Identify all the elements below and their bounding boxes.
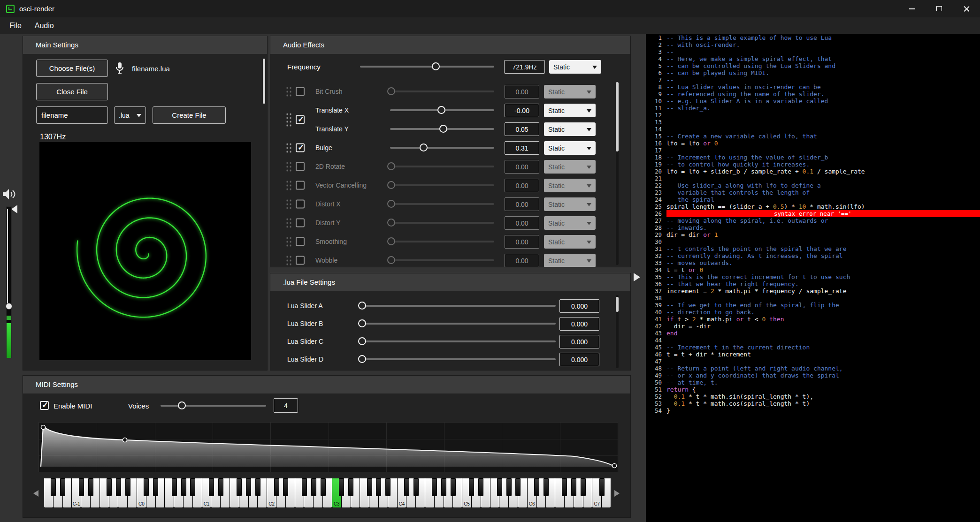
effect-mode-dropdown[interactable]: Static (544, 235, 596, 249)
piano-key[interactable] (404, 478, 409, 496)
slider[interactable] (390, 256, 494, 265)
effect-checkbox[interactable] (296, 200, 305, 209)
effect-value-box[interactable]: 0.00 (505, 160, 539, 174)
effect-checkbox[interactable] (296, 219, 305, 227)
piano-key[interactable] (88, 478, 93, 496)
maximize-button[interactable] (926, 0, 953, 17)
piano-key[interactable] (218, 478, 223, 496)
effect-value-box[interactable]: 0.31 (505, 141, 539, 155)
effect-value-box[interactable]: 0.05 (505, 122, 539, 136)
extension-dropdown[interactable]: .lua (114, 106, 146, 124)
slider[interactable] (390, 219, 494, 227)
piano-key[interactable] (190, 478, 195, 496)
main-settings-scrollbar[interactable] (263, 59, 265, 104)
piano-key[interactable] (376, 478, 381, 496)
slider-track[interactable] (362, 323, 556, 325)
piano-key[interactable] (478, 478, 483, 496)
effect-checkbox[interactable] (296, 181, 305, 190)
piano-key[interactable] (413, 478, 419, 496)
frequency-mode-dropdown[interactable]: Static (549, 60, 601, 74)
piano-key[interactable] (274, 478, 279, 496)
keyboard-scroll-right-icon[interactable] (614, 490, 620, 497)
choose-files-button[interactable]: Choose File(s) (36, 60, 108, 77)
effect-value-box[interactable]: 0.00 (505, 197, 539, 211)
volume-thumb[interactable] (6, 303, 12, 310)
piano-key[interactable] (497, 478, 502, 496)
frequency-slider[interactable] (360, 62, 494, 71)
volume-slider-handle-icon[interactable] (11, 205, 17, 213)
slider-thumb[interactable] (358, 337, 366, 345)
slider-track[interactable] (161, 405, 266, 407)
effect-value-box[interactable]: 0.00 (505, 235, 539, 249)
slider-track[interactable] (390, 166, 494, 167)
effect-mode-dropdown[interactable]: Static (544, 197, 596, 211)
piano-key[interactable] (339, 478, 344, 496)
piano-key[interactable] (562, 478, 567, 496)
effect-checkbox[interactable] (296, 256, 305, 265)
slider-track[interactable] (390, 222, 494, 224)
slider[interactable] (362, 319, 556, 328)
effect-mode-dropdown[interactable]: Static (544, 141, 596, 155)
slider-track[interactable] (362, 305, 556, 307)
effect-checkbox[interactable] (296, 144, 305, 152)
lua-slider-value-box[interactable]: 0.000 (559, 299, 599, 313)
create-file-button[interactable]: Create File (153, 106, 226, 124)
piano-keyboard[interactable]: C-1C0C1C2C3C4C5C6C7 (44, 478, 611, 507)
minimize-button[interactable] (898, 0, 926, 17)
piano-key[interactable] (432, 478, 437, 496)
slider-track[interactable] (390, 184, 494, 186)
lua-slider-value-box[interactable]: 0.000 (559, 317, 599, 331)
drag-handle-icon[interactable] (285, 217, 292, 229)
effect-mode-dropdown[interactable]: Static (544, 179, 596, 192)
piano-key[interactable] (237, 478, 242, 496)
slider-thumb[interactable] (358, 355, 366, 363)
piano-key[interactable] (246, 478, 251, 496)
lua-slider-value-box[interactable]: 0.000 (559, 335, 599, 348)
slider[interactable] (390, 237, 494, 246)
slider-thumb[interactable] (387, 200, 395, 208)
slider-track[interactable] (362, 358, 556, 360)
effect-checkbox[interactable] (296, 87, 305, 96)
drag-handle-icon[interactable] (285, 255, 292, 266)
slider[interactable] (161, 401, 266, 410)
piano-key[interactable] (451, 478, 456, 496)
slider-thumb[interactable] (420, 144, 428, 151)
slider-track[interactable] (360, 66, 494, 68)
slider-thumb[interactable] (437, 106, 445, 114)
microphone-icon[interactable] (115, 62, 124, 75)
speaker-icon[interactable] (2, 189, 16, 200)
piano-key[interactable] (209, 478, 214, 496)
piano-key[interactable] (172, 478, 177, 496)
effect-checkbox[interactable] (296, 162, 305, 171)
piano-key[interactable] (515, 478, 521, 496)
piano-key[interactable] (107, 478, 112, 496)
keyboard-scroll-left-icon[interactable] (33, 490, 38, 497)
scrollbar-thumb[interactable] (616, 82, 619, 151)
effect-mode-dropdown[interactable]: Static (544, 122, 596, 136)
effect-mode-dropdown[interactable]: Static (544, 216, 596, 230)
slider[interactable] (362, 337, 556, 346)
piano-key[interactable] (441, 478, 446, 496)
piano-key[interactable] (571, 478, 576, 496)
slider-thumb[interactable] (358, 319, 366, 327)
envelope-editor[interactable] (38, 422, 618, 472)
slider-thumb[interactable] (387, 162, 395, 170)
voices-value-box[interactable]: 4 (274, 398, 298, 413)
effect-value-box[interactable]: 0.00 (505, 216, 539, 230)
drag-handle-icon[interactable] (285, 86, 292, 98)
close-button[interactable] (953, 0, 980, 17)
piano-key[interactable] (302, 478, 307, 496)
slider[interactable] (390, 87, 494, 96)
slider-thumb[interactable] (439, 125, 447, 133)
effect-value-box[interactable]: 0.00 (505, 254, 539, 267)
slider[interactable] (390, 162, 494, 171)
piano-key[interactable] (348, 478, 353, 496)
slider-thumb[interactable] (178, 401, 186, 409)
piano-key[interactable] (385, 478, 390, 496)
piano-key[interactable] (283, 478, 288, 496)
piano-key[interactable] (60, 478, 65, 496)
slider-thumb[interactable] (387, 256, 395, 264)
effect-mode-dropdown[interactable]: Static (544, 254, 596, 267)
slider-thumb[interactable] (387, 237, 395, 245)
editor-collapse-arrow-icon[interactable] (634, 273, 640, 281)
